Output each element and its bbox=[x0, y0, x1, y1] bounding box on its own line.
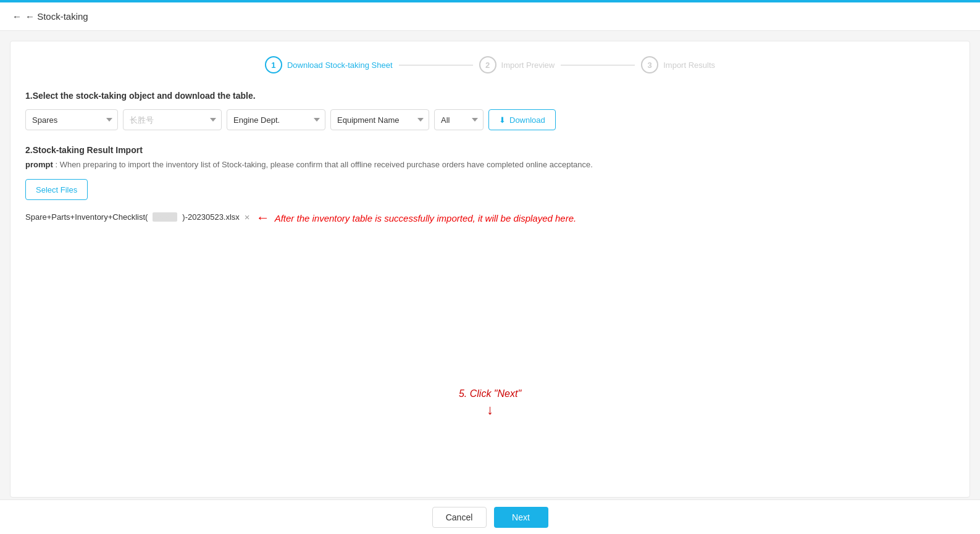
serial-select[interactable]: 长胜号 bbox=[123, 109, 222, 130]
section2: 2.Stock-taking Result Import prompt : Wh… bbox=[25, 145, 955, 226]
step-2-label: Import Preview bbox=[501, 60, 555, 70]
file-name-end: )-20230523.xlsx bbox=[182, 212, 240, 222]
section1: 1.Select the stock-taking object and dow… bbox=[25, 91, 955, 130]
step-line-1 bbox=[399, 65, 473, 65]
section2-title: 2.Stock-taking Result Import bbox=[25, 145, 955, 155]
steps-container: 1 Download Stock-taking Sheet 2 Import P… bbox=[25, 56, 955, 73]
back-icon: ← bbox=[12, 11, 22, 22]
annotation-row: Spare+Parts+Inventory+Checklist(xxxx)-20… bbox=[25, 210, 955, 226]
click-next-text: 5. Click "Next" bbox=[459, 388, 521, 399]
cancel-button[interactable]: Cancel bbox=[432, 507, 487, 528]
file-name-blurred: xxxx bbox=[153, 212, 177, 222]
section1-title: 1.Select the stock-taking object and dow… bbox=[25, 91, 955, 101]
select-files-label: Select Files bbox=[36, 185, 77, 194]
filter-row: Spares 长胜号 Engine Dept. Equipment Name A… bbox=[25, 109, 955, 130]
down-arrow-icon: ↓ bbox=[459, 402, 521, 418]
step-3-label: Import Results bbox=[663, 60, 715, 70]
step-1-circle: 1 bbox=[265, 56, 282, 73]
click-next-annotation: 5. Click "Next" ↓ bbox=[459, 388, 521, 418]
download-label: Download bbox=[509, 115, 545, 125]
step-3: 3 Import Results bbox=[641, 56, 715, 73]
prompt-row: prompt : When preparing to import the in… bbox=[25, 160, 955, 169]
arrow-annotation: ← After the inventory table is successfu… bbox=[256, 210, 577, 226]
main-content: 1 Download Stock-taking Sheet 2 Import P… bbox=[10, 41, 970, 498]
back-button[interactable]: ← ← Stock-taking bbox=[12, 11, 88, 22]
step-line-2 bbox=[561, 65, 635, 65]
next-button[interactable]: Next bbox=[494, 507, 548, 528]
dept-select[interactable]: Engine Dept. bbox=[227, 109, 325, 130]
equipment-select[interactable]: Equipment Name bbox=[330, 109, 429, 130]
select-files-button[interactable]: Select Files bbox=[25, 179, 88, 200]
download-icon: ⬇ bbox=[499, 115, 506, 125]
prompt-text: : When preparing to import the inventory… bbox=[55, 160, 593, 169]
footer: Cancel Next bbox=[0, 499, 980, 534]
step-2-circle: 2 bbox=[479, 56, 496, 73]
red-arrow-icon: ← bbox=[256, 210, 270, 226]
next-label: Next bbox=[512, 512, 530, 522]
page-title: ← Stock-taking bbox=[25, 11, 88, 22]
file-close-icon[interactable]: × bbox=[245, 212, 250, 222]
header: ← ← Stock-taking bbox=[0, 2, 980, 31]
step-1-label: Download Stock-taking Sheet bbox=[287, 60, 393, 70]
step-1: 1 Download Stock-taking Sheet bbox=[265, 56, 393, 73]
range-select[interactable]: All bbox=[434, 109, 484, 130]
step-3-circle: 3 bbox=[641, 56, 658, 73]
cancel-label: Cancel bbox=[446, 512, 473, 522]
step-2: 2 Import Preview bbox=[479, 56, 555, 73]
prompt-label: prompt bbox=[25, 160, 53, 169]
file-name-start: Spare+Parts+Inventory+Checklist( bbox=[25, 212, 148, 222]
annotation-text: After the inventory table is successfull… bbox=[275, 213, 577, 223]
file-item: Spare+Parts+Inventory+Checklist(xxxx)-20… bbox=[25, 212, 250, 222]
type-select[interactable]: Spares bbox=[25, 109, 118, 130]
download-button[interactable]: ⬇ Download bbox=[488, 109, 556, 130]
